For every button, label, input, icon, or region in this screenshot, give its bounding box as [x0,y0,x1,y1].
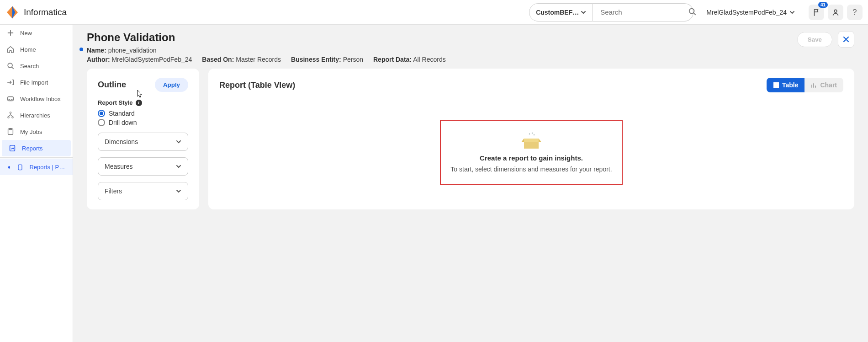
svg-marker-21 [521,139,524,142]
measures-select[interactable]: Measures [98,157,188,176]
table-icon [773,82,779,88]
svg-marker-22 [539,139,541,142]
svg-point-8 [10,112,11,113]
radio-drilldown[interactable]: Drill down [98,119,188,126]
user-menu[interactable]: MrelGladSystemPodFeb_24 [706,9,795,16]
sidebar-item-label: My Jobs [20,128,42,135]
global-search-input[interactable] [599,8,688,16]
svg-line-3 [694,13,696,15]
meta-author-label: Author: [87,56,110,63]
select-label: Dimensions [105,138,138,145]
chevron-down-icon [581,10,586,15]
sidebar-item-new[interactable]: New [0,25,73,41]
meta-based-value: Master Records [236,56,281,63]
sidebar-item-file-import[interactable]: File Import [0,74,73,91]
svg-point-2 [689,9,694,14]
chevron-down-icon [176,164,181,169]
sidebar-item-reports[interactable]: Reports [2,140,71,156]
outline-title: Outline [98,80,126,90]
report-style-label: Report Style i [98,99,188,106]
notifications-button[interactable]: 41 [809,5,824,20]
svg-point-9 [8,117,9,118]
help-button[interactable]: ? [847,5,863,20]
sidebar-item-label: New [20,30,32,37]
info-icon[interactable]: i [136,100,142,106]
main-content: Phone Validation Name: phone_validation … [73,25,868,342]
meta-data-value: All Records [413,56,446,63]
help-icon: ? [853,8,857,16]
filters-select[interactable]: Filters [98,182,188,200]
sidebar-item-label: Workflow Inbox [20,96,61,102]
report-title: Report (Table View) [219,80,295,90]
dimensions-select[interactable]: Dimensions [98,133,188,151]
open-box-icon [519,132,544,150]
search-icon [6,62,15,70]
inbox-icon [6,95,15,103]
sidebar-item-workflow-inbox[interactable]: Workflow Inbox [0,91,73,107]
flag-icon [812,8,820,16]
meta-name-label: Name: [87,47,106,54]
user-menu-label: MrelGladSystemPodFeb_24 [706,9,787,16]
meta-entity-label: Business Entity: [291,56,341,63]
view-toggle: Table Chart [767,78,843,92]
context-select[interactable]: CustomBEForO… [529,3,593,21]
svg-point-10 [12,117,13,118]
sidebar-item-label: Search [20,63,39,69]
svg-point-17 [532,132,533,133]
header-actions: 41 ? [809,5,863,20]
radio-icon [98,119,105,126]
select-label: Measures [105,163,132,170]
document-icon [16,164,24,171]
sidebar-item-home[interactable]: Home [0,41,73,58]
report-panel: Report (Table View) Table Chart [208,69,854,209]
outline-panel: Outline Apply Report Style i Standard Dr… [87,69,199,209]
sidebar-item-hierarchies[interactable]: Hierarchies [0,107,73,123]
chevron-down-icon [176,188,181,194]
sidebar-divider [0,157,73,158]
plus-icon [6,29,15,37]
context-search-group: CustomBEForO… [529,3,693,21]
app-header: Informatica CustomBEForO… MrelGladSystem… [0,0,868,25]
meta-author-value: MrelGladSystemPodFeb_24 [111,56,192,63]
svg-rect-15 [773,82,779,88]
search-icon[interactable] [688,7,696,17]
home-icon [6,45,15,53]
notification-badge: 41 [818,2,828,8]
svg-point-5 [8,63,12,68]
toggle-table[interactable]: Table [767,78,805,92]
svg-point-4 [834,10,837,12]
page-header: Phone Validation Name: phone_validation … [73,25,868,69]
app-layout: New Home Search File Import Workflow Inb… [0,25,868,342]
sidebar-subitem-phone-report[interactable]: Reports | Phone … [0,159,73,175]
empty-subtitle: To start, select dimensions and measures… [450,166,612,173]
reports-icon [8,144,16,152]
radio-standard[interactable]: Standard [98,110,188,117]
sidebar-item-label: Reports [22,145,43,152]
unsaved-indicator-icon [79,48,83,51]
chevron-down-icon [789,10,795,15]
context-select-value: CustomBEForO… [536,9,581,16]
sidebar-item-my-jobs[interactable]: My Jobs [0,123,73,140]
active-dot-icon [8,166,10,169]
sidebar-item-label: Reports | Phone … [29,164,66,171]
page-meta: Name: phone_validation Author: MrelGladS… [87,47,797,63]
meta-name-value: phone_validation [108,47,157,54]
svg-point-18 [534,134,535,135]
profile-button[interactable] [828,5,843,20]
svg-rect-20 [524,142,539,149]
save-button[interactable]: Save [797,32,832,47]
meta-based-label: Based On: [202,56,234,63]
close-icon [842,36,850,43]
sidebar-item-search[interactable]: Search [0,58,73,74]
apply-button[interactable]: Apply [155,78,188,92]
jobs-icon [6,128,15,136]
empty-state: Create a report to gain insights. To sta… [440,120,623,185]
sidebar-item-label: Hierarchies [20,112,50,119]
page-actions: Save [797,31,854,48]
svg-line-6 [12,67,13,69]
sidebar-item-label: File Import [20,79,48,86]
close-button[interactable] [838,31,854,48]
page-title: Phone Validation [87,31,797,44]
toggle-chart[interactable]: Chart [804,78,843,92]
brand-name: Informatica [24,7,67,17]
